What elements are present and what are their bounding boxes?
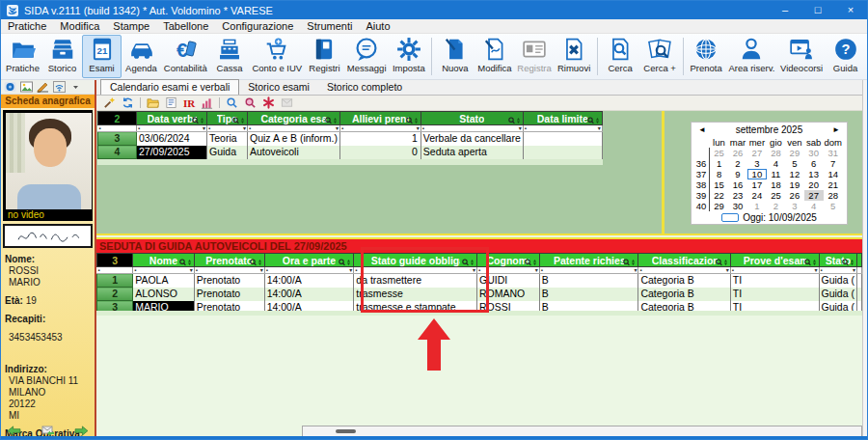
- cell[interactable]: B: [539, 288, 638, 301]
- column-header-cognome[interactable]: Cognome: [477, 254, 540, 267]
- calendar-day[interactable]: 19: [785, 179, 804, 190]
- calendar-day[interactable]: 2: [767, 201, 785, 211]
- cell[interactable]: 03/06/2024: [137, 132, 207, 146]
- column-filter[interactable]: ▪▾: [133, 267, 194, 274]
- column-header-nome[interactable]: Nome: [133, 254, 194, 267]
- cell[interactable]: TI: [730, 288, 819, 301]
- calendar-day[interactable]: 5: [824, 201, 844, 211]
- sort-filter-icons[interactable]: [804, 257, 817, 267]
- column-filter[interactable]: ▪: [98, 125, 137, 132]
- cell[interactable]: Guida (: [819, 274, 857, 288]
- chevron-down-icon[interactable]: [69, 81, 82, 93]
- cell[interactable]: Categoria B: [638, 288, 730, 301]
- table-row[interactable]: 427/09/2025GuidaAutoveicoli0Seduta apert…: [98, 146, 603, 159]
- toolbar-imposta[interactable]: Imposta: [389, 35, 428, 78]
- sort-filter-icons[interactable]: [623, 257, 636, 267]
- calendar-day[interactable]: 22: [710, 190, 728, 201]
- column-header-classificazione[interactable]: Classificazione: [638, 254, 730, 267]
- cell[interactable]: 14:00/A: [264, 274, 354, 288]
- sort-filter-icons[interactable]: [325, 115, 338, 125]
- calendar-day[interactable]: 23: [728, 190, 747, 201]
- toolbar-contabilit[interactable]: €Contabilità: [161, 35, 210, 78]
- calendar-day[interactable]: 20: [804, 179, 824, 190]
- calendar-day[interactable]: 27: [747, 148, 767, 158]
- cell[interactable]: Categoria B: [638, 274, 730, 288]
- tab-storico-completo[interactable]: Storico completo: [318, 80, 411, 95]
- cell[interactable]: Prenotato: [194, 274, 264, 288]
- calendar-day[interactable]: 25: [767, 190, 785, 201]
- row-number[interactable]: 2: [97, 288, 133, 301]
- toolbar-guida[interactable]: ?Guida: [826, 35, 865, 78]
- cell[interactable]: PAOLA: [133, 274, 194, 288]
- calendar-day[interactable]: 3: [785, 201, 804, 211]
- column-filter[interactable]: ▪▾: [477, 267, 540, 274]
- column-header-stato-guide-obbligatorie[interactable]: Stato guide obbligatorie: [354, 254, 477, 267]
- cell[interactable]: GUIDI: [477, 274, 540, 288]
- calendar-day[interactable]: 9: [728, 169, 747, 179]
- sort-filter-icons[interactable]: [192, 115, 204, 125]
- column-header-data-limite[interactable]: Data limite: [523, 112, 602, 125]
- table-row[interactable]: 1PAOLAPrenotato14:00/Ada trasmettereGUID…: [97, 274, 862, 288]
- calendar-day[interactable]: 30: [728, 201, 747, 211]
- refresh-icon[interactable]: [122, 96, 134, 109]
- asterisk-icon[interactable]: [262, 96, 275, 109]
- calendar-day[interactable]: 12: [785, 169, 804, 179]
- calendar-day[interactable]: 5: [785, 158, 804, 169]
- calendar-day[interactable]: 29: [710, 201, 728, 211]
- zoom-color-icon[interactable]: [244, 96, 257, 109]
- column-header-stato[interactable]: Stato: [420, 112, 523, 125]
- webcam-icon[interactable]: [4, 81, 16, 93]
- column-header-ora-e-parte[interactable]: Ora e parte: [264, 254, 354, 267]
- menu-item-configurazione[interactable]: Configurazione: [215, 20, 300, 32]
- mail-icon[interactable]: [281, 96, 293, 109]
- toolbar-cerca[interactable]: Cerca +: [640, 35, 680, 78]
- toolbar-conto-e-iuv[interactable]: Conto e IUV: [250, 35, 305, 78]
- sort-filter-icons[interactable]: [339, 257, 351, 267]
- cell[interactable]: 27/09/2025: [137, 146, 207, 159]
- calendar-day[interactable]: 18: [767, 179, 785, 190]
- chart-icon[interactable]: [201, 96, 213, 109]
- column-header-tipo[interactable]: Tipo: [207, 112, 248, 125]
- cell[interactable]: ALONSO: [133, 288, 194, 301]
- column-header-prove-d-esame[interactable]: Prove d'esame: [730, 254, 819, 267]
- calendar-day[interactable]: 13: [804, 169, 824, 179]
- cell[interactable]: 1: [340, 132, 421, 146]
- maximize-button[interactable]: □: [801, 1, 834, 19]
- calendar-day[interactable]: 11: [767, 169, 785, 179]
- toolbar-registra[interactable]: Registra: [514, 35, 554, 78]
- calendar-day[interactable]: 21: [824, 179, 844, 190]
- menu-item-modifica[interactable]: Modifica: [53, 20, 106, 32]
- toolbar-storico[interactable]: Storico: [42, 35, 82, 78]
- toolbar-esami[interactable]: 21Esami: [82, 35, 122, 78]
- column-filter[interactable]: ▪▾: [207, 125, 248, 132]
- cell[interactable]: Guida (: [819, 288, 857, 301]
- calendar-day[interactable]: 25: [710, 148, 728, 158]
- prev-student-arrow-icon[interactable]: [7, 426, 21, 436]
- ir-icon[interactable]: IR: [183, 97, 195, 109]
- column-header-patente-richiesta[interactable]: Patente richiesta: [539, 254, 638, 267]
- cell[interactable]: Guida: [207, 146, 248, 159]
- column-filter[interactable]: ▪▾: [420, 125, 523, 132]
- calendar-day[interactable]: 10: [747, 169, 767, 179]
- calendar-day[interactable]: 26: [728, 148, 747, 158]
- menu-item-tabellone[interactable]: Tabellone: [156, 20, 215, 32]
- open-folder-icon[interactable]: [147, 96, 159, 109]
- cell[interactable]: Verbale da cancellare: [420, 132, 523, 146]
- cell[interactable]: Autoveicoli: [248, 146, 340, 159]
- today-box[interactable]: [721, 213, 739, 222]
- calendar-day[interactable]: 7: [824, 158, 844, 169]
- sort-filter-icons[interactable]: [179, 257, 192, 267]
- toolbar-registri[interactable]: Registri: [305, 35, 344, 78]
- toolbar-area-riserv[interactable]: Area riserv.: [726, 35, 778, 78]
- tab-storico-esami[interactable]: Storico esami: [239, 80, 318, 95]
- wifi-icon[interactable]: [53, 81, 66, 93]
- toolbar-nuova[interactable]: Nuova: [435, 35, 475, 78]
- sort-filter-icons[interactable]: [587, 115, 600, 125]
- menu-item-strumenti[interactable]: Strumenti: [300, 20, 359, 32]
- notes-icon[interactable]: [165, 96, 177, 109]
- sort-filter-icons[interactable]: [232, 115, 245, 125]
- toolbar-prenota[interactable]: Prenota: [687, 35, 726, 78]
- toolbar-rimuovi[interactable]: Rimuovi: [555, 35, 594, 78]
- column-header-allievi-prenotati[interactable]: Allievi prenotati: [340, 112, 421, 125]
- calendar-day[interactable]: 31: [824, 148, 844, 158]
